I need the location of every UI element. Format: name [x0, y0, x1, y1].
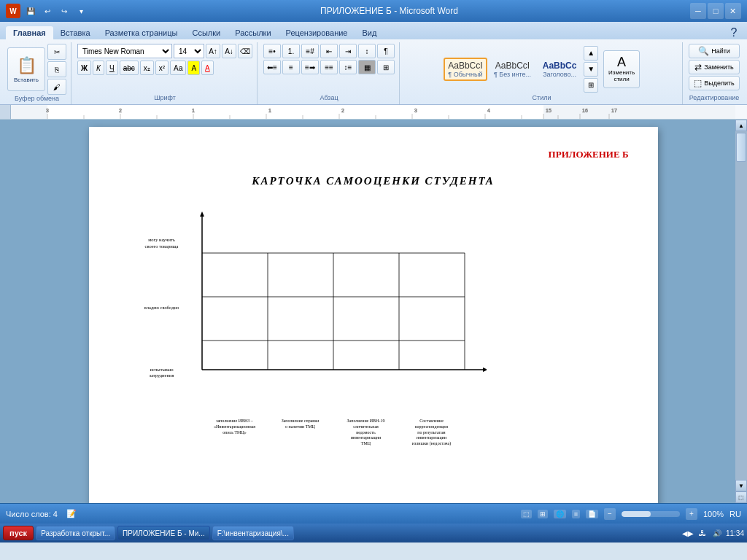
superscript-btn[interactable]: x² — [155, 61, 169, 75]
start-button[interactable]: пуск — [3, 526, 34, 540]
view-print-btn[interactable]: ⬚ — [521, 510, 532, 518]
style-no-spacing-label: ¶ Без инте... — [494, 71, 531, 78]
taskbar-item-2[interactable]: F:\инвентаризация\... — [212, 526, 294, 540]
view-web-btn[interactable]: 🌐 — [554, 510, 566, 518]
sort-btn[interactable]: ↕ — [358, 44, 376, 58]
font-color-btn[interactable]: А — [201, 61, 214, 75]
redo-quick-btn[interactable]: ↪ — [57, 4, 71, 18]
replace-button[interactable]: ⇄ Заменить — [689, 60, 740, 74]
document-area: ПРИЛОЖЕНИЕ Б КАРТОЧКА САМООЦЕНКИ СТУДЕНТ… — [0, 120, 747, 503]
paste-button[interactable]: 📋 Вставить — [7, 47, 45, 91]
borders-btn[interactable]: ⊞ — [377, 60, 395, 74]
scroll-up-btn[interactable]: ▲ — [735, 120, 747, 131]
svg-text:3: 3 — [414, 108, 417, 113]
tab-page-layout[interactable]: Разметка страницы — [98, 26, 185, 39]
zoom-in-btn[interactable]: + — [686, 508, 697, 520]
strikethrough-btn[interactable]: abc — [120, 61, 139, 75]
view-fullscreen-btn[interactable]: ⊞ — [538, 510, 548, 518]
save-quick-btn[interactable]: 💾 — [23, 4, 38, 18]
taskbar-item-1[interactable]: ПРИЛОЖЕНИЕ Б - Ми... — [117, 526, 210, 540]
style-no-spacing[interactable]: AaBbCcI ¶ Без инте... — [489, 58, 535, 81]
vertical-scrollbar: ▲ ▼ ⬚ — [735, 120, 747, 503]
tray-network-icon[interactable]: 🖧 — [697, 527, 708, 539]
help-icon[interactable]: ? — [727, 26, 741, 39]
increase-font-btn[interactable]: A↑ — [206, 44, 220, 58]
minimize-button[interactable]: ─ — [690, 3, 706, 19]
view-draft-btn[interactable]: 📄 — [586, 510, 598, 518]
scroll-down-btn[interactable]: ▼ — [735, 480, 747, 491]
title-bar-left: W 💾 ↩ ↪ ▾ — [6, 4, 88, 18]
show-marks-btn[interactable]: ¶ — [377, 44, 395, 58]
font-content: Times New Roman 14 A↑ A↓ ⌫ Ж К Ч abc x₂ … — [77, 44, 252, 94]
format-painter-button[interactable]: 🖌 — [47, 79, 66, 95]
subscript-btn[interactable]: x₂ — [140, 61, 154, 75]
multilevel-btn[interactable]: ≡# — [301, 44, 319, 58]
style-normal-preview: AaBbCcI — [448, 61, 483, 71]
tab-view[interactable]: Вид — [355, 26, 384, 39]
tab-mailings[interactable]: Рассылки — [228, 26, 278, 39]
shading-btn[interactable]: ▦ — [358, 60, 376, 74]
svg-text:17: 17 — [611, 108, 617, 113]
style-heading[interactable]: AaBbCc Заголово... — [538, 58, 581, 81]
styles-scroll-down[interactable]: ▼ — [584, 62, 598, 77]
clipboard-label: Буфер обмена — [15, 95, 59, 104]
styles-expand[interactable]: ⊞ — [584, 78, 598, 93]
font-size-select[interactable]: 14 — [174, 44, 204, 58]
style-normal[interactable]: AaBbCcI ¶ Обычный — [444, 58, 487, 81]
x-axis-labels: заполнение ИВН3 –«Инвентаризационнаяопис… — [202, 416, 465, 447]
cut-button[interactable]: ✂ — [47, 44, 66, 60]
clear-format-btn[interactable]: ⌫ — [238, 44, 252, 58]
quick-access-more[interactable]: ▾ — [74, 4, 88, 18]
tab-insert[interactable]: Вставка — [53, 26, 98, 39]
close-button[interactable]: ✕ — [725, 3, 741, 19]
title-bar: W 💾 ↩ ↪ ▾ ПРИЛОЖЕНИЕ Б - Microsoft Word … — [0, 0, 747, 22]
taskbar-item-0[interactable]: Разработка открыт... — [36, 526, 115, 540]
change-styles-btn[interactable]: A Изменить стили — [603, 50, 640, 88]
bold-button[interactable]: Ж — [77, 61, 91, 75]
ruler-content: 3 2 1 1 2 3 4 15 16 17 — [11, 105, 735, 119]
align-center-btn[interactable]: ≡ — [282, 60, 300, 74]
numbering-btn[interactable]: 1. — [282, 44, 300, 58]
zoom-level: 100% — [703, 510, 724, 518]
x-label-2: Заполнение справкио наличии ТМЦ — [268, 416, 333, 447]
align-right-btn[interactable]: ≡➡ — [301, 60, 319, 74]
tray-speaker-icon[interactable]: 🔊 — [711, 527, 723, 539]
decrease-indent-btn[interactable]: ⇤ — [320, 44, 338, 58]
decrease-font-btn[interactable]: A↓ — [222, 44, 236, 58]
change-case-btn[interactable]: Аа — [170, 61, 186, 75]
scroll-thumb[interactable] — [736, 133, 746, 162]
quick-access-toolbar: 💾 ↩ ↪ ▾ — [23, 4, 88, 18]
zoom-out-btn[interactable]: − — [604, 508, 616, 520]
tab-references[interactable]: Ссылки — [185, 26, 228, 39]
styles-group: AaBbCcI ¶ Обычный AaBbCcI ¶ Без инте... … — [401, 42, 683, 104]
tab-home[interactable]: Главная — [6, 26, 53, 39]
font-name-select[interactable]: Times New Roman — [77, 44, 172, 58]
copy-button[interactable]: ⎘ — [47, 61, 66, 77]
find-button[interactable]: 🔍 Найти — [689, 44, 740, 58]
increase-indent-btn[interactable]: ⇥ — [339, 44, 357, 58]
styles-scroll-up[interactable]: ▲ — [584, 46, 598, 61]
tab-review[interactable]: Рецензирование — [279, 26, 355, 39]
bullets-btn[interactable]: ≡• — [263, 44, 281, 58]
tray-arrows-icon[interactable]: ◀▶ — [682, 527, 694, 539]
justify-btn[interactable]: ≡≡ — [320, 60, 338, 74]
document-main[interactable]: ПРИЛОЖЕНИЕ Б КАРТОЧКА САМООЦЕНКИ СТУДЕНТ… — [11, 120, 735, 503]
window-title: ПРИЛОЖЕНИЕ Б - Microsoft Word — [320, 6, 458, 16]
scroll-extra-btn[interactable]: ⬚ — [735, 491, 747, 503]
clipboard-group: 📋 Вставить ✂ ⎘ 🖌 Буфер обмена — [3, 42, 71, 104]
maximize-button[interactable]: □ — [708, 3, 724, 19]
chart-svg — [195, 209, 487, 413]
line-spacing-btn[interactable]: ↕≡ — [339, 60, 357, 74]
undo-quick-btn[interactable]: ↩ — [40, 4, 55, 18]
status-bar: Число слов: 4 📝 ⬚ ⊞ 🌐 ≡ 📄 − + 100% RU — [0, 503, 747, 524]
zoom-slider[interactable] — [622, 511, 680, 517]
style-normal-label: ¶ Обычный — [448, 71, 483, 78]
editing-label: Редактирование — [689, 94, 740, 103]
italic-button[interactable]: К — [93, 61, 104, 75]
highlight-btn[interactable]: A — [187, 61, 200, 75]
view-outline-btn[interactable]: ≡ — [572, 510, 580, 518]
align-left-btn[interactable]: ⬅≡ — [263, 60, 281, 74]
underline-button[interactable]: Ч — [106, 61, 118, 75]
select-button[interactable]: ⬚ Выделить — [689, 76, 740, 90]
paragraph-content: ≡• 1. ≡# ⇤ ⇥ ↕ ¶ ⬅≡ ≡ ≡➡ ≡≡ ↕≡ ▦ ⊞ — [263, 44, 395, 94]
